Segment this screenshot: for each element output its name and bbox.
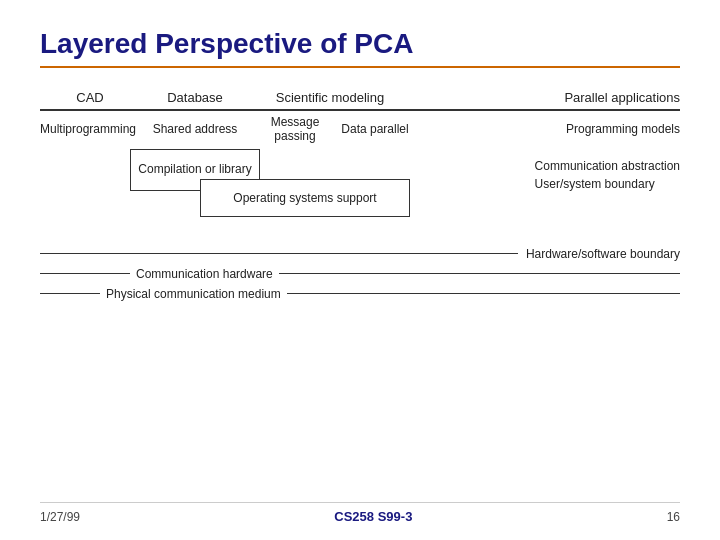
label-database: Database (140, 90, 250, 105)
footer-date: 1/27/99 (40, 510, 80, 524)
hw-sw-label: Hardware/software boundary (526, 247, 680, 261)
label-message-passing: Message passing (250, 115, 340, 143)
slide-title: Layered Perspective of PCA (40, 28, 680, 60)
physical-medium-label: Physical communication medium (100, 287, 287, 301)
footer-course: CS258 S99-3 (334, 509, 412, 524)
step-container: Compilation or library Operating systems… (40, 149, 680, 239)
slide: Layered Perspective of PCA CAD Database … (0, 0, 720, 540)
label-communication-abstraction: Communication abstraction (535, 157, 680, 175)
comm-hardware-label: Communication hardware (130, 267, 279, 281)
label-parallel-applications: Parallel applications (410, 90, 680, 105)
top-labels-row: CAD Database Scientific modeling Paralle… (40, 90, 680, 105)
physical-medium-row: Physical communication medium (40, 287, 680, 301)
title-underline (40, 66, 680, 68)
footer: 1/27/99 CS258 S99-3 16 (40, 502, 680, 524)
label-programming-models: Programming models (410, 122, 680, 136)
label-shared-address: Shared address (140, 122, 250, 136)
label-multiprogramming: Multiprogramming (40, 122, 140, 136)
diagram: CAD Database Scientific modeling Paralle… (40, 90, 680, 301)
label-data-parallel: Data parallel (340, 122, 410, 136)
top-hline (40, 109, 680, 111)
label-scientific-modeling: Scientific modeling (250, 90, 410, 105)
comm-hardware-row: Communication hardware (40, 267, 680, 281)
stepped-area: Compilation or library Operating systems… (40, 149, 680, 239)
right-labels: Communication abstraction User/system bo… (535, 157, 680, 193)
phys-line-right (287, 293, 680, 295)
hw-sw-boundary-row: Hardware/software boundary (40, 247, 680, 261)
phys-line-left (40, 293, 100, 295)
comm-hw-line-right (279, 273, 680, 275)
second-labels-row: Multiprogramming Shared address Message … (40, 115, 680, 143)
label-user-system-boundary: User/system boundary (535, 175, 680, 193)
comm-hw-line-left (40, 273, 130, 275)
os-support-box: Operating systems support (200, 179, 410, 217)
footer-page: 16 (667, 510, 680, 524)
label-cad: CAD (40, 90, 140, 105)
hw-sw-line-left (40, 253, 518, 255)
